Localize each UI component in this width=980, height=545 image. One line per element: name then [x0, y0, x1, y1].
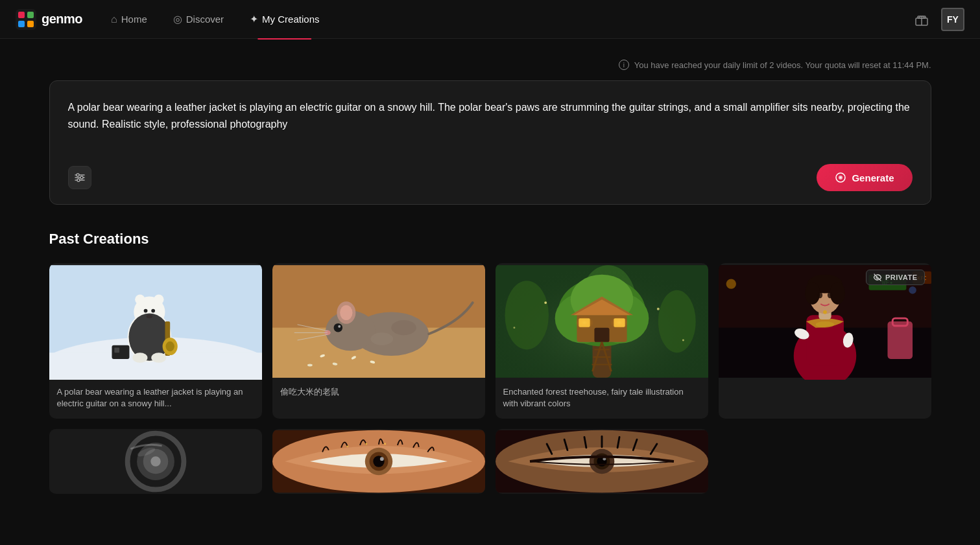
svg-point-116 [379, 458, 383, 461]
gift-icon [914, 12, 929, 27]
creation-card-6[interactable] [272, 429, 485, 494]
thumbnail-1 [49, 263, 262, 380]
quota-info-icon: i [619, 60, 629, 70]
logo[interactable]: genmo [16, 9, 82, 30]
settings-button[interactable] [68, 166, 91, 189]
svg-point-98 [817, 292, 822, 299]
svg-point-46 [340, 305, 352, 320]
svg-point-41 [307, 364, 313, 367]
svg-point-78 [544, 301, 547, 304]
gift-icon-button[interactable] [910, 8, 933, 31]
main-content: i You have reached your daily limit of 2… [23, 39, 957, 520]
generate-button[interactable]: Generate [817, 164, 912, 191]
svg-point-58 [658, 290, 695, 353]
user-avatar[interactable]: FY [941, 8, 964, 31]
svg-point-47 [333, 323, 342, 332]
svg-point-97 [830, 282, 844, 305]
circular-thumbnail [49, 429, 262, 494]
thumbnail-3 [496, 263, 708, 380]
nav-home[interactable]: ⌂ Home [101, 8, 158, 30]
creation-card-5[interactable] [49, 429, 262, 494]
svg-point-89 [909, 286, 916, 294]
svg-point-23 [135, 295, 145, 305]
quota-notice: i You have reached your daily limit of 2… [49, 60, 931, 70]
svg-point-57 [505, 281, 549, 349]
svg-point-71 [575, 316, 593, 329]
svg-rect-2 [27, 12, 34, 18]
card-caption-4 [719, 380, 931, 395]
private-badge: PRIVATE [866, 270, 925, 285]
private-label: PRIVATE [885, 273, 918, 281]
svg-rect-103 [887, 321, 913, 359]
nav-discover[interactable]: ◎ Discover [163, 8, 234, 30]
svg-point-28 [128, 313, 170, 360]
discover-icon: ◎ [173, 13, 182, 25]
creation-card-4[interactable]: WE• KFC [719, 263, 931, 419]
rat-thumbnail [272, 263, 485, 380]
empty-slot [719, 429, 931, 494]
svg-point-117 [346, 446, 348, 448]
genmo-logo-icon [16, 9, 36, 30]
svg-point-80 [682, 339, 684, 341]
nav-right: FY [910, 8, 964, 31]
quota-notice-text: You have reached your daily limit of 2 v… [634, 60, 931, 70]
svg-point-48 [338, 325, 341, 328]
thumbnail-5 [49, 429, 262, 494]
svg-point-34 [132, 353, 147, 362]
thumbnail-7 [496, 429, 708, 494]
prompt-box: Generate [49, 80, 931, 205]
svg-point-119 [384, 443, 386, 445]
eye-dark-thumbnail [496, 429, 708, 494]
eye-warm-thumbnail [272, 429, 485, 494]
creations-grid-row2 [49, 429, 931, 494]
svg-point-14 [77, 179, 80, 181]
svg-point-96 [805, 282, 820, 305]
polar-bear-thumbnail [49, 263, 262, 380]
svg-rect-33 [114, 348, 119, 353]
svg-rect-1 [18, 12, 25, 18]
svg-point-102 [823, 310, 827, 314]
prompt-textarea[interactable] [68, 99, 913, 151]
svg-point-54 [370, 332, 393, 345]
svg-rect-3 [18, 21, 25, 27]
svg-point-53 [391, 320, 416, 335]
svg-point-35 [151, 353, 166, 362]
home-icon: ⌂ [111, 14, 117, 25]
svg-point-88 [726, 279, 735, 288]
prompt-footer: Generate [68, 164, 913, 191]
svg-point-13 [80, 176, 83, 179]
creation-card-3[interactable]: Enchanted forest treehouse, fairy tale i… [496, 263, 708, 419]
settings-sliders-icon [74, 172, 86, 183]
treehouse-thumbnail [496, 263, 708, 380]
nav-my-creations[interactable]: ✦ My Creations [239, 8, 329, 30]
generate-icon [835, 172, 846, 183]
svg-rect-68 [594, 328, 609, 342]
creations-grid: A polar bear wearing a leather jacket is… [49, 263, 931, 419]
svg-point-99 [827, 292, 832, 299]
past-creations-title: Past Creations [49, 231, 931, 248]
creation-card-7[interactable] [496, 429, 708, 494]
svg-point-25 [143, 309, 147, 313]
svg-point-109 [150, 457, 160, 467]
thumbnail-2 [272, 263, 485, 380]
svg-point-81 [513, 327, 515, 329]
svg-rect-4 [27, 21, 34, 27]
my-creations-icon: ✦ [250, 13, 258, 25]
svg-point-31 [165, 342, 174, 351]
eye-off-icon [873, 273, 882, 282]
thumbnail-4: WE• KFC [719, 263, 931, 380]
svg-point-17 [840, 177, 841, 178]
card-caption-2: 偷吃大米的老鼠 [272, 380, 485, 407]
card-caption-3: Enchanted forest treehouse, fairy tale i… [496, 380, 708, 419]
svg-point-26 [151, 309, 155, 313]
creation-card-2[interactable]: 偷吃大米的老鼠 [272, 263, 485, 419]
thumbnail-6 [272, 429, 485, 494]
logo-text: genmo [42, 12, 82, 27]
card-caption-1: A polar bear wearing a leather jacket is… [49, 380, 262, 419]
svg-point-118 [365, 443, 367, 445]
svg-point-12 [77, 174, 79, 176]
svg-point-79 [656, 308, 659, 310]
svg-point-24 [154, 295, 163, 305]
svg-point-72 [610, 316, 628, 329]
creation-card-1[interactable]: A polar bear wearing a leather jacket is… [49, 263, 262, 419]
